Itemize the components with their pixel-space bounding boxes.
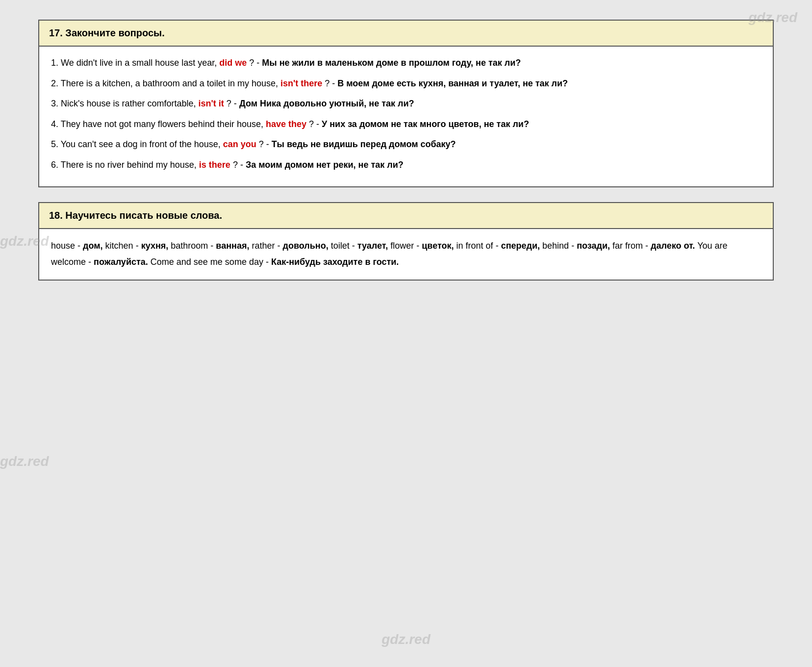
sentence-2-highlight: isn't there <box>280 78 322 88</box>
sentence-4-russian: У них за домом не так много цветов, не т… <box>322 119 529 129</box>
sentence-3-number: 3. <box>51 99 61 108</box>
sentence-1-before: We didn't live in a small house last yea… <box>61 58 219 68</box>
vocab-house-en: house <box>51 241 75 251</box>
vocab-bathroom-dash: - <box>210 241 216 251</box>
sentence-2-after: ? - <box>325 78 337 88</box>
vocab-behind-en: behind <box>542 241 569 251</box>
vocab-welcome-ru: пожалуйста. <box>94 257 148 267</box>
vocab-house-dash: - <box>77 241 83 251</box>
sentence-3-before: Nick's house is rather comfortable, <box>61 99 199 108</box>
vocab-rather-ru: довольно, <box>283 241 329 251</box>
vocab-bathroom-en: bathroom <box>171 241 208 251</box>
sentence-5-highlight: can you <box>223 139 256 149</box>
sentence-6: 6. There is no river behind my house, is… <box>51 157 761 173</box>
exercise-18-block: 18. Научитесь писать новые слова. house … <box>38 202 774 281</box>
watermark-bottom: gdz.red <box>381 632 431 647</box>
sentence-3-highlight: isn't it <box>199 99 224 108</box>
vocab-toilet-ru: туалет, <box>357 241 388 251</box>
vocab-behind-dash: - <box>571 241 577 251</box>
sentence-6-number: 6. <box>51 160 61 170</box>
vocab-flower-ru: цветок, <box>422 241 454 251</box>
sentence-6-before: There is no river behind my house, <box>61 160 199 170</box>
sentence-3: 3. Nick's house is rather comfortable, i… <box>51 96 761 112</box>
exercise-18-header: 18. Научитесь писать новые слова. <box>39 203 773 229</box>
sentence-1-number: 1. <box>51 58 61 68</box>
sentence-4: 4. They have not got many flowers behind… <box>51 117 761 132</box>
vocab-come-en: Come and see me some day <box>151 257 263 267</box>
sentence-5-number: 5. <box>51 139 61 149</box>
vocab-rather-en: rather <box>252 241 275 251</box>
vocab-farfrom-ru: далеко от. <box>651 241 695 251</box>
page-content: 17. Закончите вопросы. 1. We didn't live… <box>38 20 774 281</box>
sentence-5: 5. You can't see a dog in front of the h… <box>51 137 761 153</box>
vocab-come-ru: Как-нибудь заходите в гости. <box>271 257 399 267</box>
vocab-kitchen-ru: кухня, <box>141 241 169 251</box>
sentence-2-russian: В моем доме есть кухня, ванная и туалет,… <box>337 78 568 88</box>
vocab-house-ru: дом, <box>83 241 103 251</box>
sentence-2: 2. There is a kitchen, a bathroom and a … <box>51 76 761 92</box>
sentence-5-before: You can't see a dog in front of the hous… <box>61 139 223 149</box>
sentence-1-highlight: did we <box>219 58 247 68</box>
vocab-welcome-dash: - <box>88 257 94 267</box>
sentence-1-after: ? - <box>249 58 262 68</box>
sentence-4-after: ? - <box>309 119 322 129</box>
exercise-17-title: 17. Закончите вопросы. <box>49 27 165 38</box>
sentence-4-before: They have not got many flowers behind th… <box>61 119 266 129</box>
vocab-farfrom-dash: - <box>645 241 651 251</box>
sentence-2-number: 2. <box>51 78 61 88</box>
vocab-come-dash: - <box>266 257 271 267</box>
sentence-6-after: ? - <box>233 160 246 170</box>
exercise-17-body: 1. We didn't live in a small house last … <box>39 47 773 186</box>
vocab-infront-ru: спереди, <box>501 241 540 251</box>
sentence-4-highlight: have they <box>266 119 306 129</box>
vocab-toilet-en: toilet <box>331 241 350 251</box>
vocab-kitchen-en: kitchen <box>105 241 133 251</box>
sentence-5-russian: Ты ведь не видишь перед домом собаку? <box>272 139 456 149</box>
sentence-4-number: 4. <box>51 119 61 129</box>
sentence-1-russian: Мы не жили в маленьком доме в прошлом го… <box>262 58 521 68</box>
sentence-6-russian: За моим домом нет реки, не так ли? <box>246 160 404 170</box>
sentence-6-highlight: is there <box>199 160 230 170</box>
vocab-flower-en: flower <box>390 241 414 251</box>
exercise-17-header: 17. Закончите вопросы. <box>39 21 773 47</box>
vocab-farfrom-en: far from <box>612 241 643 251</box>
sentence-3-after: ? - <box>227 99 239 108</box>
vocab-kitchen-dash: - <box>136 241 141 251</box>
sentence-3-russian: Дом Ника довольно уютный, не так ли? <box>239 99 414 108</box>
sentence-5-after: ? - <box>259 139 272 149</box>
exercise-18-title: 18. Научитесь писать новые слова. <box>49 210 222 221</box>
vocab-bathroom-ru: ванная, <box>216 241 249 251</box>
sentence-1: 1. We didn't live in a small house last … <box>51 55 761 71</box>
vocab-rather-dash: - <box>278 241 283 251</box>
vocab-infront-dash: - <box>496 241 501 251</box>
vocab-infront-en: in front of <box>457 241 493 251</box>
sentence-2-before: There is a kitchen, a bathroom and a toi… <box>61 78 280 88</box>
vocab-flower-dash: - <box>416 241 422 251</box>
exercise-18-body: house - дом, kitchen - кухня, bathroom -… <box>39 229 773 280</box>
vocab-behind-ru: позади, <box>577 241 610 251</box>
watermark-left-lower: gdz.red <box>0 454 49 469</box>
exercise-17-block: 17. Закончите вопросы. 1. We didn't live… <box>38 20 774 187</box>
vocab-toilet-dash: - <box>352 241 357 251</box>
